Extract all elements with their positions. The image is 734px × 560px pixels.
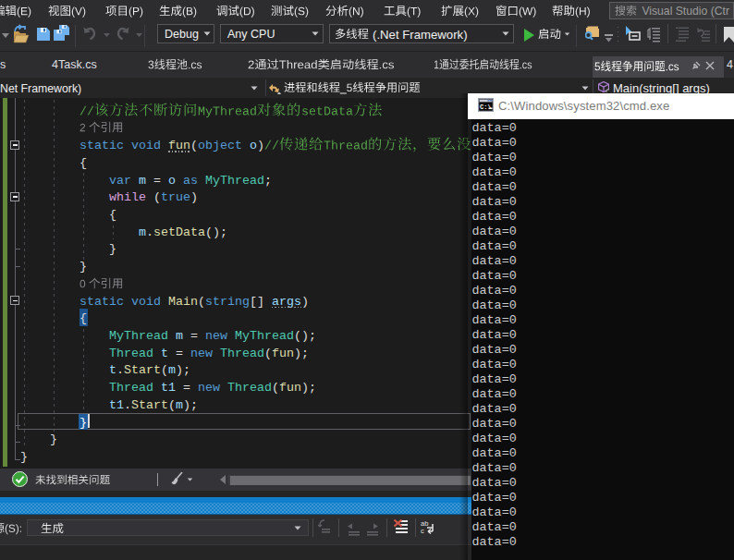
svg-text:C:\: C:\ <box>480 103 492 111</box>
svg-text:c: c <box>421 527 424 535</box>
